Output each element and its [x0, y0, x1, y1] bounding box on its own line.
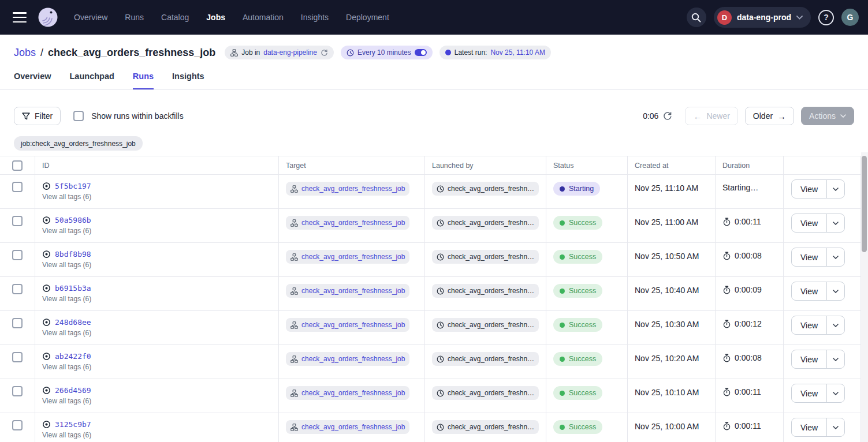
view-dropdown-button[interactable]	[827, 282, 844, 300]
view-dropdown-button[interactable]	[827, 248, 844, 266]
launched-by-schedule[interactable]: check_avg_orders_freshn…	[448, 321, 534, 329]
target-job-link[interactable]: check_avg_orders_freshness_job	[301, 423, 405, 431]
created-at-cell: Nov 25, 10:40 AM	[627, 277, 715, 310]
dagster-logo-icon[interactable]	[37, 6, 59, 28]
view-run-button[interactable]: View	[792, 282, 827, 300]
view-all-tags-link[interactable]: View all tags (6)	[42, 295, 91, 303]
tab[interactable]: Runs	[133, 68, 154, 89]
view-all-tags-link[interactable]: View all tags (6)	[42, 431, 91, 439]
view-run-button[interactable]: View	[792, 214, 827, 232]
show-backfills-checkbox[interactable]	[73, 111, 84, 121]
launched-by-schedule[interactable]: check_avg_orders_freshn…	[448, 423, 534, 431]
run-id-link[interactable]: 3125c9b7	[55, 420, 91, 429]
status-cell: Success	[546, 277, 627, 310]
hamburger-menu-icon[interactable]	[13, 12, 27, 23]
search-button[interactable]	[687, 8, 706, 27]
target-job-link[interactable]: check_avg_orders_freshness_job	[301, 355, 405, 363]
target-job-link[interactable]: check_avg_orders_freshness_job	[301, 321, 405, 329]
view-run-button[interactable]: View	[792, 418, 827, 436]
job-filter-tag[interactable]: job:check_avg_orders_freshness_job	[14, 136, 143, 151]
pipeline-link[interactable]: data-eng-pipeline	[263, 48, 317, 57]
view-run-button[interactable]: View	[792, 316, 827, 334]
target-job-link[interactable]: check_avg_orders_freshness_job	[301, 389, 405, 397]
row-checkbox[interactable]	[12, 182, 23, 192]
select-all-checkbox[interactable]	[12, 160, 23, 171]
row-checkbox[interactable]	[12, 318, 23, 328]
schedule-clock-icon	[437, 321, 444, 329]
view-all-tags-link[interactable]: View all tags (6)	[42, 193, 91, 201]
launched-by-schedule[interactable]: check_avg_orders_freshn…	[448, 389, 534, 397]
schedule-pill: Every 10 minutes	[341, 46, 433, 59]
topnav-link[interactable]: Insights	[301, 13, 329, 22]
topnav-link[interactable]: Catalog	[161, 13, 189, 22]
view-run-button[interactable]: View	[792, 248, 827, 266]
topnav-link[interactable]: Runs	[125, 13, 144, 22]
actions-button[interactable]: Actions	[801, 107, 854, 125]
view-all-tags-link[interactable]: View all tags (6)	[42, 329, 91, 337]
target-job-link[interactable]: check_avg_orders_freshness_job	[301, 253, 405, 261]
filter-button[interactable]: Filter	[14, 107, 61, 125]
topnav-link[interactable]: Deployment	[346, 13, 389, 22]
run-id-link[interactable]: 248d68ee	[55, 318, 91, 327]
run-target-icon	[42, 352, 51, 361]
launched-by-schedule[interactable]: check_avg_orders_freshn…	[448, 219, 534, 227]
schedule-clock-icon	[437, 389, 444, 397]
view-all-tags-link[interactable]: View all tags (6)	[42, 363, 91, 371]
view-all-tags-link[interactable]: View all tags (6)	[42, 261, 91, 269]
row-checkbox[interactable]	[12, 352, 23, 362]
countdown-refresh-icon[interactable]	[663, 111, 672, 121]
target-job-link[interactable]: check_avg_orders_freshness_job	[301, 185, 405, 193]
launched-by-schedule[interactable]: check_avg_orders_freshn…	[448, 253, 534, 261]
row-checkbox[interactable]	[12, 250, 23, 260]
launched-by-schedule[interactable]: check_avg_orders_freshn…	[448, 287, 534, 295]
tab[interactable]: Overview	[14, 68, 51, 89]
newer-button[interactable]: ← Newer	[685, 107, 737, 125]
view-dropdown-button[interactable]	[827, 180, 844, 198]
actions-cell: View	[783, 277, 860, 310]
target-job-link[interactable]: check_avg_orders_freshness_job	[301, 219, 405, 227]
run-id-link[interactable]: 8bdf8b98	[55, 250, 91, 259]
table-scrollbar[interactable]	[861, 152, 868, 442]
row-checkbox[interactable]	[12, 386, 23, 396]
tab[interactable]: Launchpad	[70, 68, 114, 89]
view-run-button[interactable]: View	[792, 180, 827, 198]
target-pill: check_avg_orders_freshness_job	[286, 420, 409, 434]
schedule-toggle[interactable]	[415, 49, 427, 56]
launched-by-schedule[interactable]: check_avg_orders_freshn…	[448, 185, 534, 193]
view-dropdown-button[interactable]	[827, 418, 844, 436]
help-button[interactable]: ?	[818, 10, 834, 25]
run-id-link[interactable]: 5f5bc197	[55, 182, 91, 190]
launched-by-schedule[interactable]: check_avg_orders_freshn…	[448, 355, 534, 363]
user-avatar[interactable]: G	[841, 9, 859, 26]
reload-icon[interactable]	[321, 49, 328, 57]
view-all-tags-link[interactable]: View all tags (6)	[42, 227, 91, 235]
run-id-cell: 50a5986b View all tags (6)	[35, 209, 278, 242]
row-checkbox-cell	[0, 209, 35, 242]
row-checkbox[interactable]	[12, 420, 23, 430]
view-dropdown-button[interactable]	[827, 316, 844, 334]
view-run-button[interactable]: View	[792, 384, 827, 402]
topnav-link[interactable]: Jobs	[206, 13, 225, 22]
view-all-tags-link[interactable]: View all tags (6)	[42, 397, 91, 405]
tab[interactable]: Insights	[172, 68, 204, 89]
topnav-link[interactable]: Automation	[243, 13, 284, 22]
column-header-target: Target	[278, 156, 424, 174]
view-dropdown-button[interactable]	[827, 350, 844, 368]
launched-by-cell: check_avg_orders_freshn…	[424, 413, 546, 442]
topnav-link[interactable]: Overview	[74, 13, 107, 22]
view-dropdown-button[interactable]	[827, 384, 844, 402]
run-id-link[interactable]: ab2422f0	[55, 352, 91, 361]
run-id-link[interactable]: 50a5986b	[55, 216, 91, 224]
run-id-link[interactable]: 266d4569	[55, 386, 91, 395]
breadcrumb-jobs-link[interactable]: Jobs	[14, 47, 36, 59]
view-dropdown-button[interactable]	[827, 214, 844, 232]
workspace-switcher[interactable]: D data-eng-prod	[714, 7, 811, 28]
view-run-button[interactable]: View	[792, 350, 827, 368]
row-checkbox[interactable]	[12, 216, 23, 226]
run-id-link[interactable]: b6915b3a	[55, 284, 91, 293]
older-button[interactable]: Older →	[745, 107, 794, 125]
scrollbar-thumb[interactable]	[862, 156, 867, 252]
target-job-link[interactable]: check_avg_orders_freshness_job	[301, 287, 405, 295]
row-checkbox[interactable]	[12, 284, 23, 294]
latest-run-link[interactable]: Nov 25, 11:10 AM	[490, 48, 545, 57]
